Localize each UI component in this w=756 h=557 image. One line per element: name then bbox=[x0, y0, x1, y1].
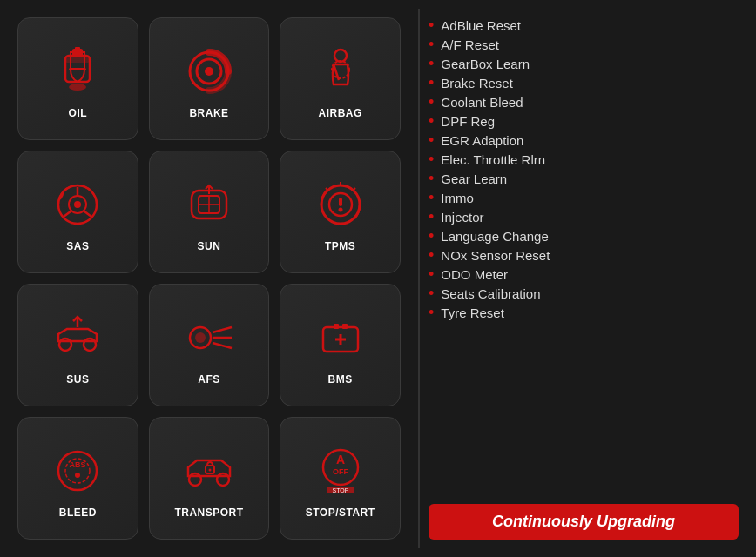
service-item: Immo bbox=[429, 190, 739, 205]
svg-rect-35 bbox=[334, 324, 339, 329]
service-item: NOx Sensor Reset bbox=[429, 247, 739, 263]
service-item: GearBox Learn bbox=[429, 56, 739, 71]
service-item: Tyre Reset bbox=[429, 305, 739, 320]
oil-icon bbox=[51, 45, 104, 97]
svg-point-1 bbox=[69, 84, 86, 91]
service-item: Seats Calibration bbox=[429, 285, 739, 301]
tile-transport[interactable]: TRANSPORT bbox=[149, 417, 270, 540]
tiles-grid: OIL BRAKE bbox=[0, 0, 418, 557]
svg-point-46 bbox=[208, 468, 211, 471]
sus-icon-area bbox=[47, 307, 108, 368]
bleed-label: BLEED bbox=[59, 507, 97, 519]
svg-text:OFF: OFF bbox=[333, 467, 348, 476]
svg-rect-5 bbox=[75, 47, 80, 50]
svg-text:ABS: ABS bbox=[70, 460, 86, 469]
service-item: DPF Reg bbox=[429, 113, 739, 129]
tile-brake[interactable]: BRAKE bbox=[149, 17, 270, 140]
svg-line-31 bbox=[213, 327, 232, 332]
service-item: EGR Adaption bbox=[429, 132, 739, 148]
svg-point-42 bbox=[75, 473, 80, 478]
bms-label: BMS bbox=[328, 373, 353, 386]
service-item: ODO Meter bbox=[429, 266, 739, 282]
service-item: A/F Reset bbox=[429, 37, 739, 52]
stopstart-label: STOP/START bbox=[306, 507, 375, 519]
transport-label: TRANSPORT bbox=[174, 507, 243, 519]
transport-icon-area bbox=[179, 440, 240, 501]
afs-icon bbox=[183, 312, 235, 364]
tile-stopstart[interactable]: A OFF STOP STOP/START bbox=[280, 417, 401, 540]
stopstart-icon: A OFF STOP bbox=[314, 445, 367, 497]
tpms-label: TPMS bbox=[325, 240, 355, 252]
sas-icon bbox=[51, 178, 104, 231]
stopstart-icon-area: A OFF STOP bbox=[310, 440, 371, 501]
svg-text:A: A bbox=[336, 453, 345, 466]
tpms-icon-area bbox=[310, 174, 371, 235]
tile-tpms[interactable]: TPMS bbox=[280, 151, 401, 273]
svg-point-25 bbox=[338, 207, 342, 211]
svg-point-30 bbox=[195, 332, 206, 343]
service-item: Language Change bbox=[429, 228, 739, 244]
brake-icon-area bbox=[179, 41, 240, 102]
service-item: Gear Learn bbox=[429, 171, 739, 186]
right-panel: AdBlue ResetA/F ResetGearBox LearnBrake … bbox=[420, 0, 756, 557]
oil-icon-area bbox=[47, 41, 108, 102]
bms-icon bbox=[314, 312, 367, 364]
airbag-label: AIRBAG bbox=[318, 107, 361, 119]
svg-point-39 bbox=[58, 452, 97, 490]
upgrading-banner: Continuously Upgrading bbox=[429, 504, 739, 540]
bms-icon-area bbox=[310, 307, 371, 368]
airbag-icon bbox=[314, 45, 367, 97]
svg-text:STOP: STOP bbox=[332, 487, 348, 493]
svg-point-9 bbox=[334, 50, 347, 62]
svg-line-15 bbox=[64, 211, 71, 217]
svg-point-8 bbox=[205, 67, 213, 76]
svg-rect-36 bbox=[342, 324, 348, 329]
brake-label: BRAKE bbox=[189, 107, 228, 119]
brake-icon bbox=[183, 45, 235, 97]
sun-icon-area bbox=[179, 174, 240, 235]
tile-bleed[interactable]: ABS BLEED bbox=[17, 417, 138, 540]
tile-sus[interactable]: SUS bbox=[17, 284, 138, 406]
service-item: Elec. Throttle Rlrn bbox=[429, 151, 739, 167]
service-item: Coolant Bleed bbox=[429, 94, 739, 110]
tile-afs[interactable]: AFS bbox=[149, 284, 270, 406]
svg-point-13 bbox=[74, 201, 81, 208]
sas-label: SAS bbox=[66, 240, 89, 252]
svg-line-33 bbox=[213, 343, 232, 348]
tile-sas[interactable]: SAS bbox=[17, 151, 138, 273]
tile-bms[interactable]: BMS bbox=[280, 284, 401, 406]
svg-rect-0 bbox=[69, 68, 86, 70]
afs-icon-area bbox=[179, 307, 240, 368]
svg-rect-24 bbox=[339, 198, 342, 206]
tile-sun[interactable]: SUN bbox=[149, 151, 270, 273]
sus-icon bbox=[51, 312, 104, 364]
bleed-icon: ABS bbox=[51, 445, 104, 497]
sun-icon bbox=[183, 178, 235, 231]
oil-label: OIL bbox=[69, 107, 88, 119]
bleed-icon-area: ABS bbox=[47, 440, 108, 501]
airbag-icon-area bbox=[310, 41, 371, 102]
service-item: Brake Reset bbox=[429, 75, 739, 91]
sun-label: SUN bbox=[198, 240, 221, 252]
service-item: AdBlue Reset bbox=[429, 17, 739, 33]
afs-label: AFS bbox=[198, 373, 220, 386]
sas-icon-area bbox=[47, 174, 108, 235]
tpms-icon bbox=[314, 178, 367, 231]
svg-line-16 bbox=[84, 211, 91, 217]
tile-oil[interactable]: OIL bbox=[17, 17, 138, 140]
tile-airbag[interactable]: AIRBAG bbox=[280, 17, 401, 140]
sus-label: SUS bbox=[66, 373, 89, 386]
transport-icon bbox=[183, 445, 235, 497]
service-item: Injector bbox=[429, 209, 739, 225]
service-list: AdBlue ResetA/F ResetGearBox LearnBrake … bbox=[429, 17, 739, 320]
